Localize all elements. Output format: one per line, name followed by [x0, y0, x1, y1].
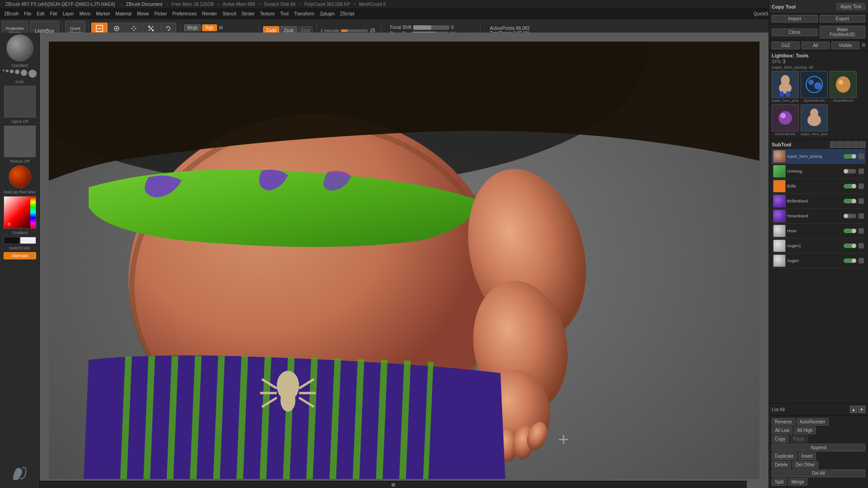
subtool-header-icon-1[interactable] — [830, 141, 836, 148]
subtool-item-5[interactable]: Hose — [772, 224, 865, 239]
subtool-lock-7[interactable] — [859, 258, 864, 263]
subtool-toggle-0[interactable] — [844, 154, 856, 159]
texture-preview[interactable] — [4, 126, 36, 157]
menu-tool[interactable]: Tool — [278, 11, 291, 17]
subtool-toggle-7[interactable] — [844, 258, 856, 263]
timeline-marker[interactable] — [392, 483, 395, 487]
del-all-button[interactable]: Del All — [772, 469, 865, 477]
brush-dot-6[interactable] — [28, 70, 37, 78]
menu-material[interactable]: Material — [113, 11, 134, 17]
visible-button[interactable]: Visible — [831, 42, 859, 49]
copy-button[interactable]: Copy — [772, 435, 788, 443]
subtool-item-4[interactable]: Hosenband — [772, 209, 865, 224]
subtool-toggle-4[interactable] — [844, 214, 856, 218]
duplicate-button[interactable]: Duplicate — [772, 452, 797, 460]
subtool-item-6[interactable]: Augen1 — [772, 239, 865, 253]
subtool-item-2[interactable]: Brille — [772, 179, 865, 194]
menu-micro[interactable]: Micro — [77, 11, 93, 17]
paste-button[interactable]: Paste — [790, 435, 808, 443]
append-button[interactable]: Append — [772, 444, 865, 451]
gradient-white[interactable] — [20, 237, 36, 244]
thumb-hero-posing-2[interactable]: super_hero_posing — [801, 104, 828, 136]
thumb-hero-posing[interactable]: super_hero_posing — [772, 71, 799, 103]
menu-stroke[interactable]: Stroke — [239, 11, 257, 17]
goz-button[interactable]: GoZ — [772, 42, 800, 49]
all-high-button[interactable]: All High — [794, 427, 816, 434]
subtool-lock-3[interactable] — [859, 198, 864, 204]
subtool-lock-0[interactable] — [859, 154, 864, 159]
hue-slider[interactable] — [30, 197, 36, 228]
subtool-item-7[interactable]: Augen — [772, 253, 865, 268]
menu-file2[interactable]: File — [48, 11, 60, 17]
brush-dot-2[interactable] — [6, 70, 9, 72]
canvas-area[interactable] — [40, 33, 769, 488]
list-all-button[interactable]: List All — [772, 407, 785, 412]
del-other-button[interactable]: Del Other — [793, 461, 818, 469]
thumb-simplebrush[interactable]: SimpleBrush — [830, 71, 857, 103]
menu-transform[interactable]: Transform — [292, 11, 316, 17]
subtool-toggle-3[interactable] — [844, 199, 856, 203]
subtool-header-icon-5[interactable] — [859, 141, 865, 148]
list-arrow-down[interactable]: ▼ — [858, 406, 865, 413]
alternate-button[interactable]: Alternate — [4, 252, 36, 259]
menu-stencil[interactable]: Stencil — [220, 11, 238, 17]
focal-shift-slider[interactable] — [413, 25, 449, 30]
menu-layer[interactable]: Layer — [61, 11, 76, 17]
subtool-lock-6[interactable] — [859, 243, 864, 249]
menu-picker[interactable]: Picker — [152, 11, 170, 17]
make-polymesh-button[interactable]: Make PolyMesh3D — [820, 26, 866, 38]
menu-movie[interactable]: Movie — [135, 11, 151, 17]
color-picker[interactable] — [4, 196, 36, 229]
subtool-toggle-5[interactable] — [844, 229, 856, 233]
z-intensity-slider[interactable] — [341, 29, 368, 32]
gradient-black[interactable] — [4, 237, 20, 244]
subtool-toggle-1[interactable] — [844, 169, 856, 174]
rename-button[interactable]: Rename — [772, 418, 795, 426]
subtool-lock-5[interactable] — [859, 228, 864, 234]
brush-dot-5[interactable] — [21, 70, 27, 76]
material-preview[interactable] — [6, 34, 33, 61]
menu-zbrush[interactable]: ZBrush — [2, 11, 21, 17]
autoreorder-button[interactable]: AutoReorder — [797, 418, 829, 426]
brush-dot-3[interactable] — [10, 70, 14, 73]
subtool-lock-2[interactable] — [859, 183, 864, 189]
list-arrow-up[interactable]: ▲ — [850, 406, 857, 413]
thumb-spherebrush[interactable]: SphereBrush — [801, 71, 828, 103]
subtool-item-0[interactable]: super_hero_posing — [772, 149, 865, 164]
subtool-toggle-6[interactable] — [844, 244, 856, 248]
menu-texture[interactable]: Texture — [258, 11, 277, 17]
matcap-preview[interactable] — [9, 165, 31, 188]
mrgb-button[interactable]: Mrgb — [184, 24, 201, 31]
apply-tool-button[interactable]: Apply Tool — [836, 3, 865, 10]
menu-preferences[interactable]: Preferences — [170, 11, 199, 17]
subtool-header-icon-2[interactable] — [837, 141, 844, 148]
export-button[interactable]: Export — [820, 15, 866, 23]
menu-edit[interactable]: Edit — [34, 11, 47, 17]
brush-dot-1[interactable] — [3, 70, 5, 71]
split-button[interactable]: Split — [772, 478, 787, 486]
menu-zscript[interactable]: ZScript — [338, 11, 357, 17]
subtool-header-icon-3[interactable] — [844, 141, 851, 148]
all-button[interactable]: All — [802, 42, 830, 49]
menu-document[interactable]: ZBrush Document — [124, 1, 165, 7]
menu-render[interactable]: Render — [200, 11, 219, 17]
clone-button[interactable]: Clone — [772, 28, 818, 36]
import-button[interactable]: Import — [772, 15, 818, 23]
menu-zplugin[interactable]: Zplugin — [317, 11, 337, 17]
alpha-preview[interactable] — [4, 86, 36, 117]
subtool-toggle-2[interactable] — [844, 184, 856, 188]
menu-file[interactable]: File — [22, 11, 33, 17]
merge-button[interactable]: Merge — [788, 478, 807, 486]
brush-dot-4[interactable] — [15, 70, 19, 74]
menu-marker[interactable]: Marker — [94, 11, 112, 17]
delete-button[interactable]: Delete — [772, 461, 791, 469]
subtool-lock-1[interactable] — [859, 169, 864, 174]
subtool-lock-4[interactable] — [859, 213, 864, 219]
subtool-item-1[interactable]: UnHung — [772, 164, 865, 179]
rgb-button[interactable]: Rgb — [202, 24, 217, 31]
insert-button[interactable]: Insert — [798, 452, 816, 460]
subtool-header-icon-4[interactable] — [852, 141, 858, 148]
all-low-button[interactable]: All Low — [772, 427, 793, 434]
subtool-item-3[interactable]: BrillenBand — [772, 194, 865, 209]
thumb-eraserbrush[interactable]: EraserBrush — [772, 104, 799, 136]
